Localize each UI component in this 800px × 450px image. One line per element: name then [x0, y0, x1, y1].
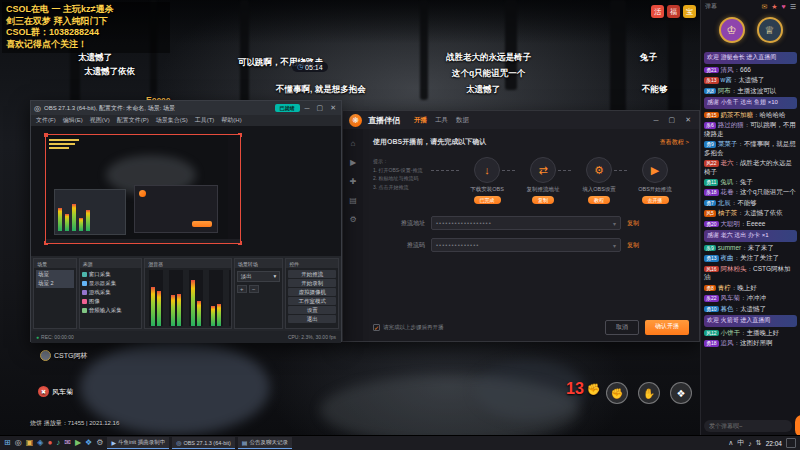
activity-icon[interactable]: 活 [651, 5, 664, 18]
side-nav-icon[interactable]: ⚙ [349, 215, 356, 224]
obs-menu-item[interactable]: 场景集合(S) [156, 116, 188, 125]
tutorial-link[interactable]: 查看教程 > [660, 138, 689, 147]
chat-message[interactable]: 杀6路过的猫可以跳啊，不用绕路走 [704, 121, 797, 138]
audio-meter[interactable] [149, 270, 163, 326]
activity-icon[interactable]: 福 [667, 5, 680, 18]
chat-header-icon[interactable]: ✉ [761, 3, 767, 11]
companion-tab[interactable]: 开播 [414, 116, 427, 125]
tray-icon[interactable]: ∧ [728, 439, 733, 447]
chevron-down-icon[interactable]: ▾ [613, 220, 616, 227]
side-nav-icon[interactable]: ▶ [350, 158, 356, 167]
taskbar-app-icon[interactable]: ⊞ [4, 439, 11, 447]
chat-message[interactable]: 勇7北辰不能够 [704, 199, 797, 207]
obs-menu-item[interactable]: 编辑(E) [63, 116, 83, 125]
scene-list-item[interactable]: 场景 [36, 270, 74, 279]
taskbar-window-button[interactable]: ▶ 斗鱼init 插曲录制中 [107, 437, 169, 449]
source-list-item[interactable]: 窗口采集 [82, 270, 140, 279]
chat-message[interactable]: 杀13w酱太遗憾了 [704, 76, 797, 84]
chevron-down-icon[interactable]: ▾ [613, 242, 616, 249]
audio-meter[interactable] [209, 270, 223, 326]
step-action-button[interactable]: 去开播 [642, 196, 669, 204]
chat-message[interactable]: 风22老六战胜老大的永远是椅子 [704, 159, 797, 176]
obs-control-button[interactable]: 设置 [288, 306, 336, 314]
maximize-icon[interactable]: ▢ [315, 104, 326, 112]
minimize-icon[interactable]: ─ [652, 117, 661, 124]
obs-control-button[interactable]: 开始推流 [288, 270, 336, 278]
obs-menu-item[interactable]: 视图(V) [90, 116, 110, 125]
chat-username[interactable]: 青柠 [718, 284, 738, 291]
transition-select[interactable]: 淡出 ▾ [237, 271, 281, 282]
vip-avatar[interactable]: ♔ [719, 17, 745, 43]
chat-input[interactable] [704, 420, 792, 432]
companion-tab[interactable]: 数据 [456, 116, 469, 125]
source-list-item[interactable]: 音频输入采集 [82, 306, 140, 315]
obs-menu-item[interactable]: 配置文件(P) [117, 116, 149, 125]
obs-control-button[interactable]: 开始录制 [288, 279, 336, 287]
chat-header-icon[interactable]: ★ [771, 3, 777, 11]
close-icon[interactable]: ✕ [683, 116, 693, 124]
audio-meter[interactable] [189, 270, 203, 326]
notification-center-button[interactable] [786, 438, 796, 448]
chat-message[interactable]: 风8阿布主播这波可以 [704, 87, 797, 95]
taskbar-window-button[interactable]: ◎ OBS 27.1.3 (64-bit) [172, 437, 235, 449]
chat-username[interactable]: 阿林粉头 [721, 265, 754, 272]
obs-control-button[interactable]: 退出 [288, 315, 336, 323]
form-input[interactable]: •••••••••••••••••• ▾ [431, 216, 621, 230]
chat-message[interactable]: 勇10暮色太遗憾了 [704, 305, 797, 313]
chat-username[interactable]: 夜曲 [721, 254, 741, 261]
chat-username[interactable]: 追风 [721, 339, 741, 346]
chat-message-list[interactable]: 欢迎 游艇会长 进入直播间 勇21清风666 杀13w酱太遗憾了 风8阿布主播这… [701, 49, 800, 419]
obs-menu-item[interactable]: 工具(T) [195, 116, 215, 125]
chat-username[interactable]: 大聪明 [721, 220, 747, 227]
obs-control-button[interactable]: 虚拟摄像机 [288, 288, 336, 296]
close-icon[interactable]: ✕ [328, 104, 338, 112]
scene-list-item[interactable]: 场景 2 [36, 279, 74, 288]
chat-username[interactable]: w酱 [721, 76, 739, 83]
chat-message[interactable]: 勇18追风这图好黑啊 [704, 339, 797, 347]
chat-message[interactable]: 杀18花卷这个q只能诅咒一个 [704, 188, 797, 196]
taskbar-app-icon[interactable]: ♪ [56, 439, 60, 447]
selection-handle[interactable] [44, 133, 48, 137]
chat-message[interactable]: 感谢 小鱼干 送出 鱼翅 ×10 [704, 97, 797, 109]
chat-username[interactable]: 老六 [721, 159, 741, 166]
chat-message[interactable]: 风5柚子茶太遗憾了依依 [704, 209, 797, 217]
tray-icon[interactable]: 中 [737, 438, 744, 448]
chat-username[interactable]: 柚子茶 [718, 209, 744, 216]
copy-button[interactable]: 复制 [627, 219, 639, 228]
gift-action-button[interactable]: ❖ [670, 382, 692, 404]
audio-meter[interactable] [229, 270, 230, 326]
chat-username[interactable]: 暮色 [721, 305, 741, 312]
confirm-start-button[interactable]: 确认开播 [645, 320, 689, 335]
taskbar-app-icon[interactable]: ◈ [37, 439, 43, 447]
taskbar-app-icon[interactable]: ● [47, 439, 52, 447]
obs-control-button[interactable]: 工作室模式 [288, 297, 336, 305]
obs-menu-item[interactable]: 帮助(H) [221, 116, 241, 125]
maximize-icon[interactable]: ▢ [667, 116, 678, 124]
audio-meter[interactable] [169, 270, 183, 326]
checkbox[interactable]: ✓ [373, 324, 380, 331]
step-action-button[interactable]: 教程 [588, 196, 610, 204]
taskbar-clock[interactable]: 22:04 [766, 440, 782, 447]
chat-message[interactable]: 勇21清风666 [704, 66, 797, 74]
chat-message[interactable]: 杀9summer来了来了 [704, 244, 797, 252]
taskbar-app-icon[interactable]: ▣ [26, 439, 34, 447]
companion-tab[interactable]: 工具 [435, 116, 448, 125]
chat-username[interactable]: 花卷 [721, 188, 741, 195]
chat-message[interactable]: 勇9菜菜子不懂事啊，就是想多抱会 [704, 140, 797, 157]
chat-username[interactable]: 小饼干 [721, 329, 747, 336]
cancel-button[interactable]: 取消 [605, 320, 639, 335]
form-input[interactable]: •••••••••••••• ▾ [431, 238, 621, 252]
chat-message[interactable]: 杀22风车菊冲冲冲 [704, 294, 797, 302]
chat-message[interactable]: 勇13夜曲关注了关注了 [704, 254, 797, 262]
activity-icon[interactable]: 宝 [683, 5, 696, 18]
minimize-icon[interactable]: ─ [303, 105, 312, 112]
taskbar-app-icon[interactable]: ⚙ [96, 439, 103, 447]
taskbar-window-button[interactable]: ▤ 公告及聊天记录 [238, 437, 292, 449]
chat-message[interactable]: 风12小饼干主播晚上好 [704, 329, 797, 337]
side-nav-icon[interactable]: ✚ [350, 177, 357, 186]
side-nav-icon[interactable]: ▤ [349, 196, 357, 205]
chat-username[interactable]: 兔叽 [720, 178, 740, 185]
chat-message[interactable]: 勇15奶茶不加糖哈哈哈哈 [704, 111, 797, 119]
step-action-button[interactable]: 复制 [532, 196, 554, 204]
source-list-item[interactable]: 游戏采集 [82, 288, 140, 297]
